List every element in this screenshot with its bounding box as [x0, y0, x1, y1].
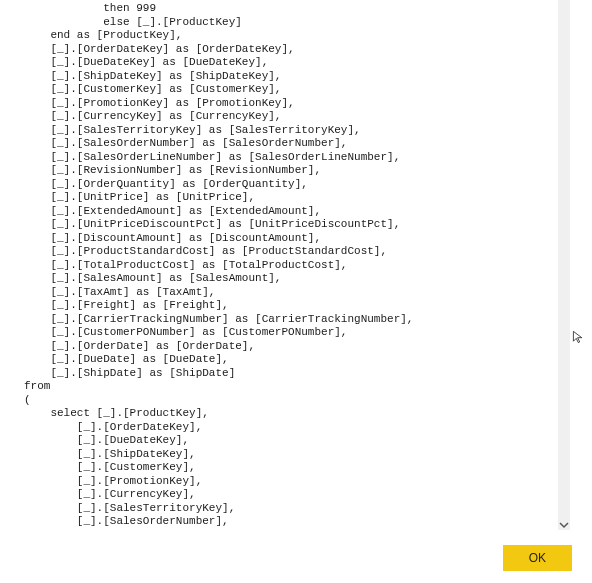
code-line: [_].[OrderDate] as [OrderDate], — [24, 340, 558, 354]
code-line: [_].[OrderDateKey] as [OrderDateKey], — [24, 43, 558, 57]
code-line: [_].[TotalProductCost] as [TotalProductC… — [24, 259, 558, 273]
code-line: [_].[SalesOrderLineNumber], — [24, 529, 558, 531]
code-line: [_].[PromotionKey] as [PromotionKey], — [24, 97, 558, 111]
code-line: [_].[SalesTerritoryKey], — [24, 502, 558, 516]
code-line: [_].[DueDateKey] as [DueDateKey], — [24, 56, 558, 70]
code-line: [_].[DiscountAmount] as [DiscountAmount]… — [24, 232, 558, 246]
code-line: [_].[DueDate] as [DueDate], — [24, 353, 558, 367]
code-line: [_].[UnitPrice] as [UnitPrice], — [24, 191, 558, 205]
code-line: [_].[PromotionKey], — [24, 475, 558, 489]
code-line: [_].[CustomerKey], — [24, 461, 558, 475]
code-line: [_].[UnitPriceDiscountPct] as [UnitPrice… — [24, 218, 558, 232]
code-line: end as [ProductKey], — [24, 29, 558, 43]
code-line: [_].[ExtendedAmount] as [ExtendedAmount]… — [24, 205, 558, 219]
code-line: [_].[SalesOrderNumber], — [24, 515, 558, 529]
vertical-scrollbar[interactable] — [558, 0, 570, 530]
code-line: [_].[ProductStandardCost] as [ProductSta… — [24, 245, 558, 259]
code-line: [_].[SalesTerritoryKey] as [SalesTerrito… — [24, 124, 558, 138]
code-line: select [_].[ProductKey], — [24, 407, 558, 421]
code-line: [_].[SalesAmount] as [SalesAmount], — [24, 272, 558, 286]
code-line: [_].[DueDateKey], — [24, 434, 558, 448]
code-line: then 999 — [24, 2, 558, 16]
code-line: [_].[CustomerKey] as [CustomerKey], — [24, 83, 558, 97]
code-line: [_].[RevisionNumber] as [RevisionNumber]… — [24, 164, 558, 178]
ok-button[interactable]: OK — [503, 545, 572, 571]
code-line: ( — [24, 394, 558, 408]
code-line: [_].[OrderQuantity] as [OrderQuantity], — [24, 178, 558, 192]
code-line: [_].[CurrencyKey] as [CurrencyKey], — [24, 110, 558, 124]
code-line: [_].[CarrierTrackingNumber] as [CarrierT… — [24, 313, 558, 327]
code-line: from — [24, 380, 558, 394]
code-line: [_].[SalesOrderLineNumber] as [SalesOrde… — [24, 151, 558, 165]
code-line: [_].[TaxAmt] as [TaxAmt], — [24, 286, 558, 300]
code-line: [_].[ShipDateKey] as [ShipDateKey], — [24, 70, 558, 84]
code-line: [_].[ShipDateKey], — [24, 448, 558, 462]
dialog-footer: OK — [503, 545, 572, 571]
code-line: else [_].[ProductKey] — [24, 16, 558, 30]
chevron-down-icon — [559, 520, 569, 530]
code-line: [_].[CurrencyKey], — [24, 488, 558, 502]
sql-code-viewer: then 999 else [_].[ProductKey] end as [P… — [22, 0, 570, 530]
code-line: [_].[CustomerPONumber] as [CustomerPONum… — [24, 326, 558, 340]
scroll-down-button[interactable] — [558, 519, 570, 531]
mouse-cursor-icon — [572, 330, 586, 344]
code-line: [_].[OrderDateKey], — [24, 421, 558, 435]
code-line: [_].[Freight] as [Freight], — [24, 299, 558, 313]
code-line: [_].[ShipDate] as [ShipDate] — [24, 367, 558, 381]
code-line: [_].[SalesOrderNumber] as [SalesOrderNum… — [24, 137, 558, 151]
